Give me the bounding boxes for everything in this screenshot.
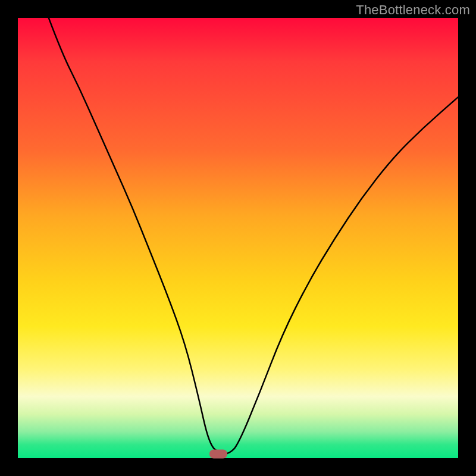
optimum-marker [209,449,227,458]
chart-frame: TheBottleneck.com [0,0,476,476]
bottleneck-curve [18,18,458,458]
plot-area [18,18,458,458]
watermark-text: TheBottleneck.com [356,2,470,18]
curve-path [49,18,458,454]
